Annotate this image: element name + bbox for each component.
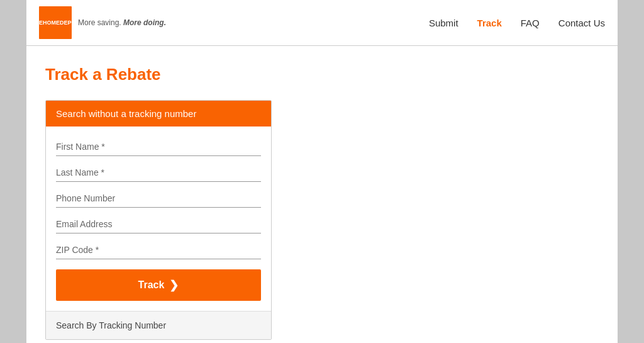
header: THE HOME DEPOT More saving. More doing. … <box>26 0 618 46</box>
track-button-label: Track <box>138 279 165 291</box>
nav-item-faq[interactable]: FAQ <box>521 18 540 28</box>
email-field <box>56 210 261 233</box>
email-input[interactable] <box>56 210 261 233</box>
track-button[interactable]: Track ❯ <box>56 269 261 301</box>
main-content: Track a Rebate Search without a tracking… <box>26 46 618 343</box>
page-wrapper: THE HOME DEPOT More saving. More doing. … <box>26 0 618 343</box>
zip-field <box>56 236 261 259</box>
logo-area: THE HOME DEPOT More saving. More doing. <box>39 6 166 39</box>
logo-tagline: More saving. More doing. <box>78 18 166 27</box>
last-name-field <box>56 159 261 182</box>
last-name-input[interactable] <box>56 159 261 182</box>
nav-item-submit[interactable]: Submit <box>429 18 458 28</box>
logo-icon: THE HOME DEPOT <box>39 6 72 39</box>
main-nav: Submit Track FAQ Contact Us <box>429 18 605 28</box>
first-name-field <box>56 133 261 156</box>
page-title: Track a Rebate <box>45 65 599 84</box>
track-button-arrow: ❯ <box>169 278 179 292</box>
form-container: Search without a tracking number <box>45 100 272 340</box>
first-name-input[interactable] <box>56 133 261 156</box>
form-footer-tracking[interactable]: Search By Tracking Number <box>46 311 271 339</box>
zip-input[interactable] <box>56 236 261 259</box>
phone-input[interactable] <box>56 184 261 208</box>
nav-item-contact[interactable]: Contact Us <box>558 18 605 28</box>
phone-field <box>56 184 261 208</box>
nav-item-track[interactable]: Track <box>477 18 502 28</box>
form-header: Search without a tracking number <box>46 101 271 127</box>
form-body: Track ❯ <box>46 127 271 311</box>
